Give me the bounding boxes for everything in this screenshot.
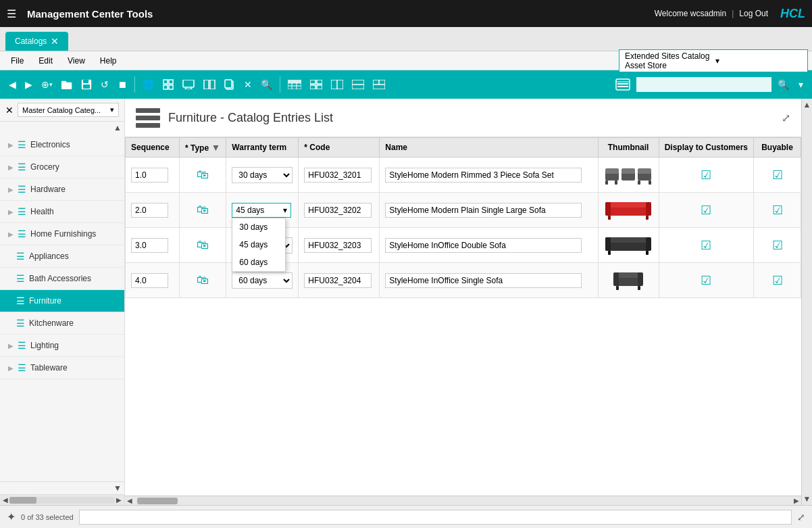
split-button[interactable] [328, 77, 347, 92]
store-selector[interactable]: Extended Sites Catalog Asset Store ▾ [619, 49, 808, 72]
code-input-2[interactable] [304, 203, 372, 218]
add-button[interactable]: ⊕▾ [38, 76, 56, 93]
sidebar-item-electronics[interactable]: ▶ ☰ Electronics [0, 134, 124, 156]
sidebar-horizontal-scroll: ◀ ▶ [0, 494, 124, 505]
dashboard-button[interactable] [370, 77, 388, 92]
name-input-1[interactable] [385, 168, 582, 183]
menu-view[interactable]: View [61, 55, 92, 67]
back-button[interactable]: ◀ [5, 76, 20, 93]
sidebar-scroll-up-icon[interactable]: ▲ [113, 123, 122, 133]
search-go-button[interactable]: 🔍 [774, 76, 792, 93]
horizontal-scrollbar[interactable]: ◀ ▶ [125, 496, 801, 505]
app-title: Management Center Tools [27, 8, 648, 20]
grid-button[interactable] [159, 76, 177, 93]
sidebar-item-lighting[interactable]: ▶ ☰ Lighting [0, 335, 124, 357]
code-input-3[interactable] [304, 238, 372, 253]
buyable-check-2[interactable]: ☑ [772, 203, 783, 217]
save-button[interactable] [78, 76, 95, 93]
vertical-scrollbar[interactable]: ▲ ▼ [801, 99, 812, 505]
forward-button[interactable]: ▶ [22, 76, 36, 93]
sidebar-close-icon[interactable]: ✕ [5, 105, 14, 116]
hscroll-left-icon[interactable]: ◀ [125, 497, 134, 504]
type-icon-1[interactable]: 🛍 [197, 168, 209, 181]
cancel-button[interactable]: ✕ [240, 76, 255, 93]
sidebar-hscroll-thumb[interactable] [9, 497, 36, 504]
name-input-4[interactable] [385, 273, 582, 288]
warranty-select-4[interactable]: 30 days 45 days 60 days [232, 272, 293, 289]
sidebar-item-hardware[interactable]: ▶ ☰ Hardware [0, 178, 124, 201]
stop-button[interactable]: ⏹ [114, 76, 130, 93]
display-check-4[interactable]: ☑ [701, 274, 711, 287]
table-row: 🛍 30 days 45 days 60 days [126, 263, 801, 298]
sidebar-item-appliances[interactable]: ☰ Appliances [0, 245, 124, 268]
name-input-2[interactable] [385, 203, 582, 218]
logout-link[interactable]: Log Out [739, 9, 768, 18]
grid-view-button[interactable] [307, 77, 326, 92]
sidebar-item-tableware[interactable]: ▶ ☰ Tableware [0, 357, 124, 379]
status-expand-icon[interactable]: ⤢ [797, 512, 805, 523]
layout-button[interactable] [200, 77, 219, 92]
type-icon-2[interactable]: 🛍 [197, 203, 209, 216]
layout2-button[interactable] [349, 77, 367, 92]
menu-help[interactable]: Help [93, 55, 124, 67]
status-command-input[interactable] [79, 510, 792, 525]
sidebar-item-health[interactable]: ▶ ☰ Health [0, 201, 124, 223]
code-input-1[interactable] [304, 168, 372, 183]
sidebar-item-bath-accessories[interactable]: ☰ Bath Accessories [0, 268, 124, 290]
sequence-input-3[interactable] [131, 238, 168, 253]
catalogs-tab[interactable]: Catalogs ✕ [5, 32, 68, 51]
sidebar-scroll-right-icon[interactable]: ▶ [115, 496, 123, 504]
type-icon-3[interactable]: 🛍 [197, 238, 209, 251]
filter-icon[interactable]: ▼ [211, 142, 220, 153]
globe-button[interactable]: 🌐 [139, 76, 157, 93]
sequence-input-1[interactable] [131, 168, 168, 183]
sidebar-scroll-left-icon[interactable]: ◀ [1, 496, 9, 504]
display-check-3[interactable]: ☑ [701, 239, 711, 252]
type-icon-4[interactable]: 🛍 [197, 273, 209, 287]
copy-button[interactable] [221, 76, 238, 93]
refresh-button[interactable]: ↺ [97, 76, 112, 93]
table-button[interactable] [284, 77, 305, 92]
code-input-4[interactable] [304, 273, 372, 288]
warranty-option-30[interactable]: 30 days [232, 218, 285, 236]
content-header: Furniture - Catalog Entries List ⤢ [125, 99, 801, 137]
toolbar-icon-btn[interactable] [612, 76, 634, 93]
monitor-button[interactable] [179, 77, 198, 92]
search-button[interactable]: 🔍 [257, 76, 276, 93]
sidebar-item-grocery[interactable]: ▶ ☰ Grocery [0, 156, 124, 178]
vscroll-up-icon[interactable]: ▲ [802, 99, 812, 111]
search-input[interactable] [636, 77, 771, 92]
sequence-input-2[interactable] [131, 203, 168, 218]
hscroll-thumb[interactable] [137, 498, 178, 504]
sidebar-item-kitchenware[interactable]: ☰ Kitchenware [0, 312, 124, 335]
sidebar-scroll-down-icon[interactable]: ▼ [113, 483, 122, 493]
sidebar-item-furniture[interactable]: ☰ Furniture [0, 290, 124, 312]
menu-file[interactable]: File [4, 55, 30, 67]
tab-close-icon[interactable]: ✕ [51, 37, 59, 46]
folder-button[interactable] [58, 77, 76, 92]
buyable-check-1[interactable]: ☑ [772, 168, 783, 182]
sidebar-item-label: Grocery [30, 162, 59, 172]
warranty-dropdown-trigger-2[interactable]: 45 days ▾ [232, 203, 291, 218]
name-input-3[interactable] [385, 238, 582, 253]
display-check-2[interactable]: ☑ [701, 203, 711, 217]
hscroll-right-icon[interactable]: ▶ [792, 497, 801, 504]
col-header-thumbnail: Thumbnail [598, 138, 659, 158]
warranty-select-1[interactable]: 30 days 45 days 60 days [232, 167, 293, 183]
buyable-check-3[interactable]: ☑ [772, 239, 783, 252]
bath-icon: ☰ [16, 273, 25, 284]
svg-rect-3 [83, 80, 88, 83]
warranty-option-45[interactable]: 45 days [232, 236, 285, 254]
status-star-icon[interactable]: ✦ [7, 510, 16, 523]
search-dropdown-button[interactable]: ▾ [795, 76, 807, 93]
buyable-check-4[interactable]: ☑ [772, 274, 783, 287]
expand-icon[interactable]: ⤢ [782, 112, 790, 124]
sequence-input-4[interactable] [131, 273, 168, 288]
menu-edit[interactable]: Edit [32, 55, 59, 67]
sidebar-category-dropdown[interactable]: Master Catalog Categ... ▾ [18, 103, 119, 117]
warranty-option-60[interactable]: 60 days [232, 254, 285, 271]
display-check-1[interactable]: ☑ [701, 168, 711, 182]
vscroll-down-icon[interactable]: ▼ [802, 493, 812, 505]
hamburger-menu[interactable]: ☰ [7, 7, 16, 20]
sidebar-item-home-furnishings[interactable]: ▶ ☰ Home Furnishings [0, 223, 124, 245]
